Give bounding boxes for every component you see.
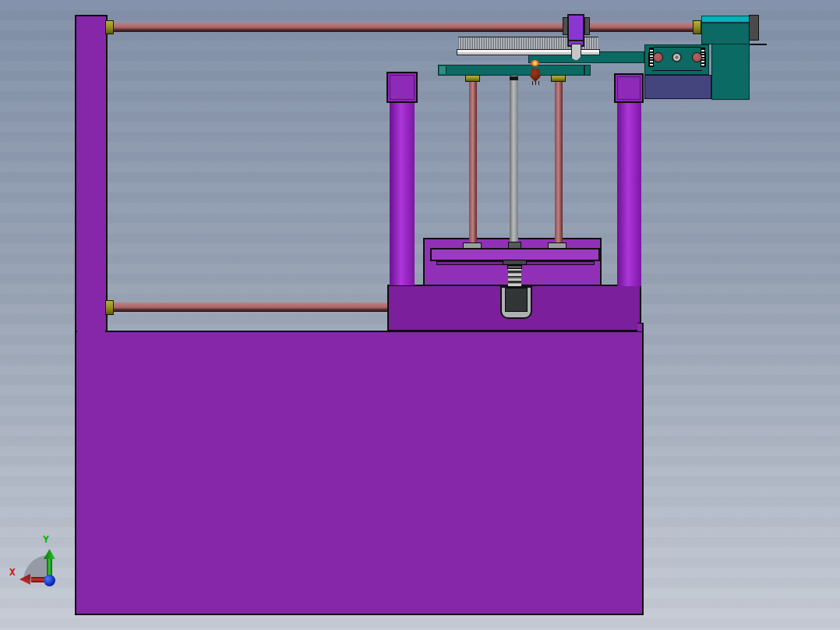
left-pillar-post[interactable] [390,102,415,285]
die-cavity[interactable] [505,288,528,312]
indigo-mount[interactable] [644,75,711,99]
lift-rod-right[interactable] [555,81,563,245]
tool-glow [531,60,539,66]
frame-seam-patch [77,327,105,334]
center-rod-band [510,76,518,80]
lift-rod-center[interactable] [510,76,518,244]
top-guide-rod[interactable] [109,23,695,32]
plate-collar-right[interactable] [551,75,566,82]
tool-plate-end-cap [439,66,446,74]
bearing-journal-right[interactable] [692,52,702,62]
top-rod-collar-left[interactable] [105,20,114,34]
middle-guide-rod[interactable] [113,303,387,312]
lead-screw-spring[interactable] [508,269,521,286]
left-pillar-cap-edge [390,75,415,100]
rack-slider-carriage[interactable] [567,14,584,41]
center-bore[interactable] [672,52,682,62]
right-pillar-cap-edge [617,76,641,100]
z-axis-origin-sphere [44,575,55,586]
right-pillar-post[interactable] [617,102,641,286]
top-rod-collar-right[interactable] [693,20,701,34]
motor-top-strip[interactable] [701,16,750,23]
cad-viewport[interactable]: Y X [0,0,840,630]
left-pillar-cap[interactable] [386,72,418,103]
x-axis-label: X [9,566,16,578]
y-axis-label: Y [43,533,49,545]
tool-plate-divider [584,65,585,75]
screw-nut-flange[interactable] [503,260,527,265]
bearing-journal-left[interactable] [653,52,663,62]
plate-collar-left[interactable] [465,75,480,82]
gearbox-block[interactable] [711,43,750,100]
lift-rod-left[interactable] [469,81,477,245]
tool-cone-tip [532,81,540,85]
shaft-line [750,44,767,45]
frame-column[interactable] [75,15,108,332]
right-pillar-cap[interactable] [614,73,644,103]
motor-end-cap[interactable] [749,15,759,41]
motor-housing[interactable] [701,23,750,44]
middle-rod-collar[interactable] [105,300,114,315]
slider-flange-right[interactable] [584,17,590,35]
tool-plate[interactable] [438,65,591,76]
base-block[interactable] [75,331,644,615]
pedestal-lip [637,323,644,331]
